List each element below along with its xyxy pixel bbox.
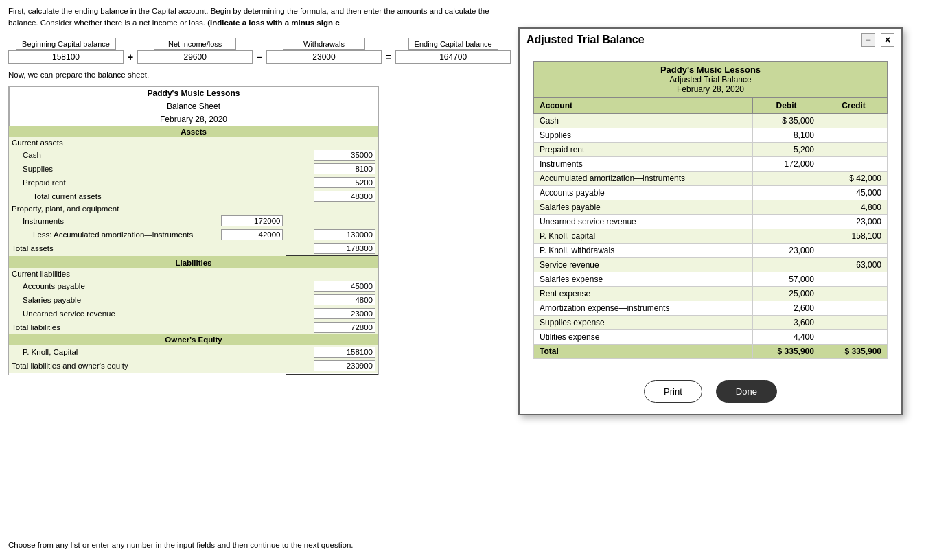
atb-account-cell: P. Knoll, capital [534,229,753,244]
atb-credit-cell: 45,000 [820,186,887,200]
cash-input[interactable] [314,150,375,161]
prepaid-rent-input[interactable] [314,177,375,188]
atb-credit-cell: $ 335,900 [820,345,887,359]
minimize-button[interactable]: – [861,33,875,47]
atb-debit-cell [752,186,820,200]
beginning-capital-box: Beginning Capital balance [8,38,124,64]
atb-row: P. Knoll, withdrawals23,000 [534,244,888,258]
atb-credit-cell [820,301,887,316]
bs-company: Paddy's Music Lessons [10,87,378,100]
current-liabilities-label: Current liabilities [9,268,212,279]
atb-row: Accumulated amortization—instruments$ 42… [534,172,888,186]
total-liabilities-input[interactable] [314,322,375,333]
withdrawals-input[interactable] [266,50,382,64]
atb-credit-cell [820,143,887,157]
atb-account-cell: Salaries payable [534,200,753,215]
ending-capital-label: Ending Capital balance [408,38,498,50]
ending-capital-box: Ending Capital balance [395,38,511,64]
atb-account-cell: Service revenue [534,258,753,272]
atb-debit-cell: 25,000 [752,287,820,301]
atb-row: Supplies8,100 [534,128,888,143]
atb-row: P. Knoll, capital158,100 [534,229,888,244]
unearned-revenue-input[interactable] [314,308,375,319]
modal-title: Adjusted Trial Balance [526,34,645,46]
atb-account-cell: Unearned service revenue [534,215,753,229]
atb-debit-cell [752,229,820,244]
instruments-input[interactable] [221,215,283,226]
atb-col-account: Account [534,98,753,114]
atb-credit-cell [820,157,887,172]
atb-subtitle: Adjusted Trial Balance [537,75,884,84]
done-button[interactable]: Done [716,380,777,403]
accum-amort-input[interactable] [221,229,283,240]
atb-account-cell: P. Knoll, withdrawals [534,244,753,258]
atb-content: Paddy's Music Lessons Adjusted Trial Bal… [520,51,901,369]
net-income-input[interactable] [137,50,253,64]
unearned-revenue-label: Unearned service revenue [9,307,212,320]
atb-credit-cell [820,128,887,143]
atb-credit-cell [820,287,887,301]
atb-debit-cell [752,172,820,186]
total-liab-equity-label: Total liabilities and owner's equity [9,359,212,374]
atb-debit-cell [752,258,820,272]
atb-credit-cell: $ 42,000 [820,172,887,186]
supplies-input[interactable] [314,163,375,174]
atb-col-credit: Credit [820,98,887,114]
atb-header: Paddy's Music Lessons Adjusted Trial Bal… [533,61,888,97]
salaries-payable-input[interactable] [314,294,375,305]
atb-debit-cell [752,215,820,229]
atb-account-cell: Total [534,345,753,359]
main-content: First, calculate the ending balance in t… [0,0,515,381]
close-button[interactable]: × [881,33,894,47]
current-assets-label: Current assets [9,137,212,148]
atb-debit-cell: 4,400 [752,330,820,345]
total-liab-equity-input[interactable] [314,360,375,371]
plus-operator: + [128,51,133,62]
bs-title: Balance Sheet [10,100,378,113]
ending-capital-input[interactable] [395,50,511,64]
supplies-label: Supplies [9,162,212,176]
atb-credit-cell: 23,000 [820,215,887,229]
bs-assets-table: Assets Current assets Cash Supplies P [9,126,378,375]
atb-debit-cell: 2,600 [752,301,820,316]
atb-company: Paddy's Music Lessons [537,65,884,75]
withdrawals-box: Withdrawals [266,38,382,64]
prepaid-rent-label: Prepaid rent [9,176,212,189]
atb-row: Supplies expense3,600 [534,316,888,330]
atb-credit-cell: 4,800 [820,200,887,215]
net-income-box: Net income/loss [137,38,253,64]
print-button[interactable]: Print [644,380,702,403]
total-assets-input[interactable] [314,243,375,254]
atb-account-cell: Instruments [534,157,753,172]
atb-row: Unearned service revenue23,000 [534,215,888,229]
ppe-label: Property, plant, and equipment [9,203,212,214]
atb-row: Instruments172,000 [534,157,888,172]
atb-row: Amortization expense—instruments2,600 [534,301,888,316]
cash-label: Cash [9,148,212,162]
atb-account-cell: Supplies expense [534,316,753,330]
atb-debit-cell: $ 35,000 [752,114,820,128]
bottom-text: Choose from any list or enter any number… [8,541,353,549]
atb-credit-cell [820,316,887,330]
atb-col-debit: Debit [752,98,820,114]
atb-debit-cell: 57,000 [752,272,820,287]
atb-credit-cell [820,244,887,258]
atb-debit-cell: 3,600 [752,316,820,330]
owners-equity-header: Owner's Equity [9,334,378,345]
atb-modal: Adjusted Trial Balance – × Paddy's Music… [518,27,903,415]
beginning-capital-input[interactable] [8,50,124,64]
total-liabilities-label: Total liabilities [9,320,212,334]
accounts-payable-input[interactable] [314,281,375,292]
atb-credit-cell [820,330,887,345]
instruments-net-input[interactable] [314,229,375,240]
capital-input[interactable] [314,347,375,358]
bs-date: February 28, 2020 [10,113,378,126]
atb-row: Total$ 335,900$ 335,900 [534,345,888,359]
atb-credit-cell: 63,000 [820,258,887,272]
now-text: Now, we can prepare the balance sheet. [8,71,507,79]
atb-row: Accounts payable45,000 [534,186,888,200]
total-current-assets-input[interactable] [314,191,375,202]
atb-debit-cell: 5,200 [752,143,820,157]
withdrawals-label: Withdrawals [283,38,365,50]
atb-account-cell: Prepaid rent [534,143,753,157]
